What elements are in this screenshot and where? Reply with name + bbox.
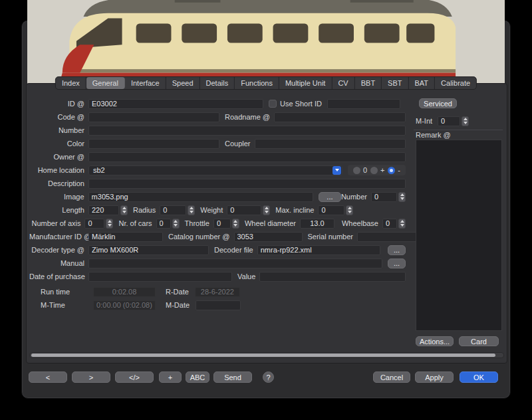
help-button[interactable]: ? — [263, 371, 274, 383]
length-label: Length — [29, 206, 84, 214]
m-int-label: M-Int — [416, 117, 432, 125]
tab-calibrate[interactable]: Calibrate — [435, 77, 476, 89]
number-label: Number — [29, 126, 84, 134]
radius-input[interactable] — [160, 205, 186, 215]
date-of-purchase-input[interactable] — [88, 272, 232, 282]
m-time-field — [93, 300, 156, 310]
placing-option-plus[interactable]: + — [370, 166, 384, 174]
manufacturer-id-input[interactable] — [88, 232, 163, 242]
previous-loco-button[interactable]: < — [29, 371, 67, 383]
home-location-combobox[interactable]: sb2 — [88, 165, 342, 175]
radio-icon — [353, 167, 360, 174]
chevron-down-icon — [335, 169, 339, 171]
card-button[interactable]: Card — [459, 336, 499, 346]
stepper-icon[interactable] — [398, 192, 406, 202]
stepper-icon[interactable] — [172, 219, 180, 229]
image-browse-button[interactable]: ... — [319, 192, 341, 202]
weight-spinner — [227, 205, 270, 215]
radius-label: Radius — [133, 206, 156, 214]
id-input[interactable] — [88, 99, 263, 109]
use-short-id-checkbox[interactable] — [269, 100, 277, 108]
date-of-purchase-label: Date of purchase — [29, 272, 84, 280]
r-date-field — [195, 287, 240, 297]
add-loco-button[interactable]: + — [159, 371, 182, 383]
home-location-dropdown-button[interactable] — [332, 166, 341, 175]
wheelbase-label: Wheelbase — [342, 219, 378, 227]
tab-bbt[interactable]: BBT — [355, 77, 382, 89]
serviced-button[interactable]: Serviced — [419, 98, 457, 108]
owner-input[interactable] — [88, 152, 406, 162]
actions-button[interactable]: Actions... — [416, 336, 454, 346]
coupler-input[interactable] — [255, 139, 406, 149]
tab-bar: Index General Interface Speed Details Fu… — [55, 76, 477, 90]
image-input[interactable] — [88, 192, 313, 202]
color-input[interactable] — [88, 139, 219, 149]
nr-of-cars-input[interactable] — [156, 219, 171, 229]
wheelbase-spinner — [382, 219, 406, 229]
ok-button[interactable]: OK — [460, 371, 498, 383]
stepper-icon[interactable] — [188, 205, 195, 215]
m-int-input[interactable] — [438, 116, 460, 126]
description-input[interactable] — [88, 179, 406, 189]
tab-interface[interactable]: Interface — [125, 77, 166, 89]
number-of-axis-label: Number of axis — [29, 219, 80, 227]
radius-spinner — [160, 205, 195, 215]
image-number-input[interactable] — [371, 192, 397, 202]
tab-speed[interactable]: Speed — [166, 77, 200, 89]
decoder-type-input[interactable] — [88, 245, 209, 255]
divider — [414, 130, 503, 130]
placing-option-zero[interactable]: 0 — [353, 166, 367, 174]
remark-textarea[interactable] — [416, 140, 502, 331]
weight-label: Weight — [200, 206, 223, 214]
stepper-icon[interactable] — [398, 219, 406, 229]
throttle-input[interactable] — [213, 219, 231, 229]
abc-sort-button[interactable]: ABC — [186, 371, 209, 383]
manual-browse-button[interactable]: ... — [388, 259, 406, 268]
stepper-icon[interactable] — [346, 205, 353, 215]
number-input[interactable] — [88, 126, 406, 136]
manual-input[interactable] — [88, 259, 382, 268]
r-date-label: R-Date — [166, 288, 189, 296]
loco-dialog-window: Loco E03002 (2/10) — [21, 20, 511, 399]
tab-sbt[interactable]: SBT — [382, 77, 408, 89]
length-input[interactable] — [88, 205, 119, 215]
value-input[interactable] — [259, 272, 406, 282]
code-input[interactable] — [88, 112, 219, 122]
id-label: ID @ — [29, 100, 84, 108]
manufacturer-id-label: Manufacturer ID @ — [29, 233, 84, 241]
tab-details[interactable]: Details — [200, 77, 235, 89]
tab-cv[interactable]: CV — [332, 77, 354, 89]
number-of-axis-input[interactable] — [84, 219, 104, 229]
tab-multiple-unit[interactable]: Multiple Unit — [279, 77, 332, 89]
xml-toggle-button[interactable]: </> — [115, 371, 154, 383]
cancel-button[interactable]: Cancel — [373, 371, 410, 383]
decoder-file-input[interactable] — [257, 245, 380, 255]
stepper-icon[interactable] — [263, 205, 270, 215]
m-date-input[interactable] — [196, 300, 241, 310]
wheel-diameter-input[interactable] — [300, 219, 334, 229]
stepper-icon[interactable] — [462, 116, 469, 126]
stepper-icon[interactable] — [120, 205, 128, 215]
max-incline-input[interactable] — [318, 205, 344, 215]
tab-general[interactable]: General — [86, 77, 125, 89]
loco-image-panel — [27, 37, 505, 72]
next-loco-button[interactable]: > — [72, 371, 110, 383]
tab-bat[interactable]: BAT — [409, 77, 436, 89]
placing-option-minus[interactable]: - — [388, 166, 400, 174]
scrollbar-thumb[interactable] — [31, 354, 495, 357]
wheelbase-input[interactable] — [382, 219, 397, 229]
send-button[interactable]: Send — [213, 371, 252, 383]
max-incline-label: Max. incline — [275, 206, 314, 214]
roadname-input[interactable] — [274, 112, 406, 122]
tab-functions[interactable]: Functions — [235, 77, 279, 89]
stepper-icon[interactable] — [232, 219, 239, 229]
catalog-number-input[interactable] — [234, 232, 303, 242]
apply-button[interactable]: Apply — [415, 371, 454, 383]
decoder-file-browse-button[interactable]: ... — [388, 245, 406, 255]
horizontal-scrollbar[interactable] — [29, 352, 504, 358]
weight-input[interactable] — [227, 205, 261, 215]
number-of-axis-spinner — [84, 219, 113, 229]
tab-index[interactable]: Index — [56, 77, 86, 89]
stepper-icon[interactable] — [106, 219, 113, 229]
short-id-input[interactable] — [327, 99, 400, 109]
